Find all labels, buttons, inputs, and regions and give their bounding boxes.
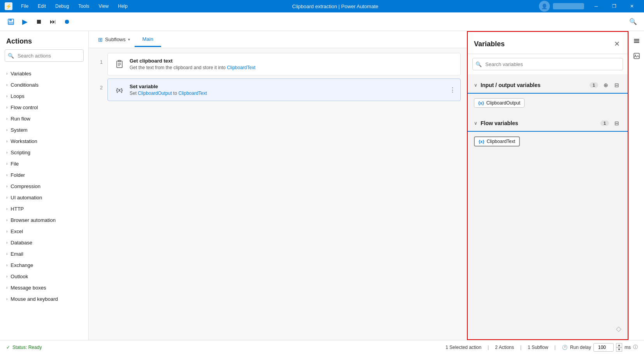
step-2-link1[interactable]: ClipboardOutput <box>138 91 172 96</box>
clipboard-output-chip[interactable]: {x} ClipboardOutput <box>474 98 525 108</box>
chevron-icon: › <box>6 173 7 177</box>
chevron-icon: › <box>6 218 7 222</box>
chevron-icon: › <box>6 184 7 188</box>
section-actions: ⊕ ⊟ <box>601 80 621 90</box>
sidebar-item-scripting[interactable]: › Scripting <box>0 147 88 158</box>
spinner-up-button[interactable]: ▲ <box>616 343 622 347</box>
sidebar-item-system[interactable]: › System <box>0 124 88 136</box>
variables-content: ∨ Input / output variables 1 ⊕ ⊟ {x} Cli… <box>468 74 628 339</box>
var-chip-icon: {x} <box>478 101 484 105</box>
flow-variable-chips: {x} ClipboardText <box>468 135 628 151</box>
flow-variables-section-header[interactable]: ∨ Flow variables 1 ⊟ <box>468 115 628 131</box>
sidebar-item-database[interactable]: › Database <box>0 237 88 248</box>
sidebar-item-conditionals[interactable]: › Conditionals <box>0 79 88 91</box>
input-output-count-badge: 1 <box>590 82 598 88</box>
step-card-2[interactable]: {x} Set variable Set ClipboardOutput to … <box>107 78 461 101</box>
search-icon: 🔍 <box>8 53 14 59</box>
chevron-icon: › <box>6 150 7 155</box>
menu-edit[interactable]: Edit <box>34 2 50 10</box>
search-actions-input[interactable] <box>5 49 84 62</box>
svg-rect-11 <box>634 40 639 42</box>
menu-view[interactable]: View <box>95 2 112 10</box>
sidebar-item-mouse-keyboard[interactable]: › Mouse and keyboard <box>0 293 88 305</box>
sidebar-item-ui-automation[interactable]: › UI automation <box>0 192 88 203</box>
sidebar-item-loops[interactable]: › Loops <box>0 91 88 102</box>
clipboard-text-label: ClipboardText <box>487 139 515 144</box>
sidebar-item-email[interactable]: › Email <box>0 248 88 260</box>
variable-icon: {x} <box>114 84 125 95</box>
step-menu-button[interactable]: ⋮ <box>449 86 456 94</box>
subflows-icon: ⊞ <box>98 37 103 43</box>
menu-file[interactable]: File <box>17 2 32 10</box>
svg-rect-3 <box>9 19 12 21</box>
flow-variables-section: ∨ Flow variables 1 ⊟ {x} ClipboardText <box>468 115 628 151</box>
chevron-icon: › <box>6 71 7 76</box>
total-actions-text: 2 Actions <box>495 345 514 350</box>
layers-icon[interactable] <box>630 34 643 47</box>
sidebar-item-flow-control[interactable]: › Flow control <box>0 102 88 113</box>
chevron-icon: › <box>6 241 7 245</box>
sidebar-item-folder[interactable]: › Folder <box>0 169 88 181</box>
sidebar-item-workstation[interactable]: › Workstation <box>0 136 88 147</box>
title-bar: ⚡ File Edit Debug Tools View Help Clipbo… <box>0 0 644 12</box>
variables-panel: Variables ✕ 🔍 ∨ Input / output variables… <box>467 31 628 340</box>
sidebar-item-compression[interactable]: › Compression <box>0 181 88 192</box>
tab-main[interactable]: Main <box>135 32 161 47</box>
next-button[interactable]: ⏭ <box>47 16 59 28</box>
status-divider: | <box>555 345 556 350</box>
close-button[interactable]: ✕ <box>623 0 641 12</box>
user-account-icon[interactable]: 👤 <box>539 1 550 12</box>
chevron-icon: › <box>6 105 7 110</box>
chevron-icon: › <box>6 195 7 200</box>
stop-button[interactable]: ⏹ <box>33 16 45 28</box>
image-icon[interactable] <box>630 50 643 62</box>
diamond-icon: ◇ <box>616 324 621 333</box>
blurred-info <box>553 3 584 9</box>
search-variables-input[interactable] <box>472 58 623 70</box>
step-2-link2[interactable]: ClipboardText <box>178 91 207 96</box>
step-2-desc: Set ClipboardOutput to ClipboardText <box>130 91 454 96</box>
run-delay-input[interactable] <box>593 343 614 352</box>
search-button[interactable]: 🔍 <box>627 16 639 28</box>
variables-close-button[interactable]: ✕ <box>612 38 621 50</box>
save-button[interactable] <box>5 16 17 28</box>
step-1-link[interactable]: ClipboardText <box>227 65 255 70</box>
chevron-icon: › <box>6 274 7 279</box>
sidebar-item-excel[interactable]: › Excel <box>0 226 88 237</box>
step-number-1: 1 <box>95 59 103 65</box>
sidebar-item-file[interactable]: › File <box>0 158 88 169</box>
chevron-icon: › <box>6 139 7 143</box>
menu-bar: File Edit Debug Tools View Help <box>17 2 132 10</box>
minimize-button[interactable]: ─ <box>587 0 605 12</box>
menu-debug[interactable]: Debug <box>51 2 73 10</box>
step-number-2: 2 <box>95 85 103 91</box>
ms-label: ms <box>625 345 631 350</box>
menu-tools[interactable]: Tools <box>74 2 93 10</box>
flow-step-1: 1 Get clipboard text <box>95 53 461 75</box>
sidebar-item-exchange[interactable]: › Exchange <box>0 260 88 271</box>
sidebar-item-variables[interactable]: › Variables <box>0 68 88 79</box>
record-button[interactable]: ⏺ <box>61 16 73 28</box>
sidebar-item-browser-automation[interactable]: › Browser automation <box>0 214 88 226</box>
variables-header: Variables ✕ <box>468 32 628 54</box>
clipboard-text-chip[interactable]: {x} ClipboardText <box>474 136 520 146</box>
run-button[interactable]: ▶ <box>19 16 31 28</box>
flow-filter-button[interactable]: ⊟ <box>612 119 621 128</box>
step-1-title: Get clipboard text <box>130 58 454 64</box>
filter-button[interactable]: ⊟ <box>612 80 621 90</box>
sidebar-item-run-flow[interactable]: › Run flow <box>0 113 88 124</box>
subflows-button[interactable]: ⊞ Subflows ▾ <box>93 33 135 46</box>
sidebar-item-outlook[interactable]: › Outlook <box>0 271 88 282</box>
add-variable-button[interactable]: ⊕ <box>601 80 611 90</box>
menu-help[interactable]: Help <box>114 2 132 10</box>
spinner-down-button[interactable]: ▼ <box>616 347 622 352</box>
variables-search-box: 🔍 <box>468 54 628 74</box>
chevron-icon: › <box>6 162 7 166</box>
maximize-button[interactable]: ❐ <box>605 0 623 12</box>
step-card-1[interactable]: Get clipboard text Get the text from the… <box>107 53 461 75</box>
sidebar-item-message-boxes[interactable]: › Message boxes <box>0 282 88 293</box>
info-icon[interactable]: ⓘ <box>633 344 638 351</box>
input-output-section-header[interactable]: ∨ Input / output variables 1 ⊕ ⊟ <box>468 77 628 93</box>
clipboard-output-label: ClipboardOutput <box>486 100 520 106</box>
sidebar-item-http[interactable]: › HTTP <box>0 203 88 214</box>
